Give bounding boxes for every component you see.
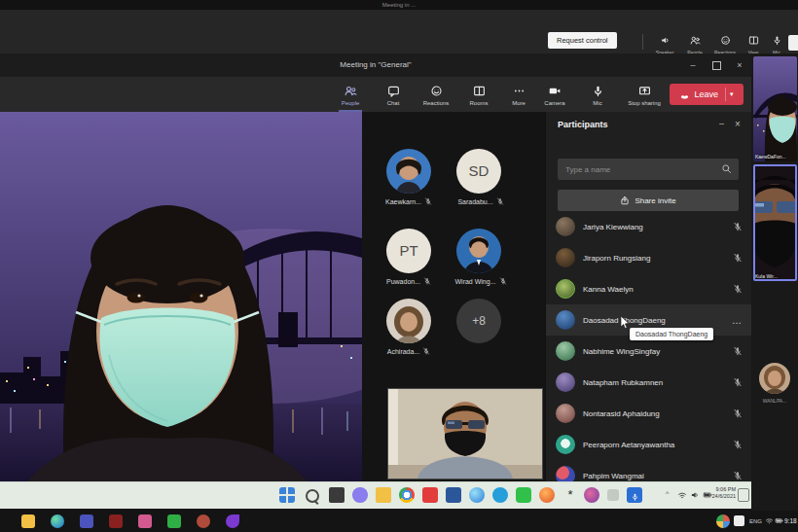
- leave-button[interactable]: Leave ▾: [670, 84, 744, 105]
- avatar: [556, 404, 575, 423]
- skype-icon[interactable]: [492, 487, 508, 503]
- youtube-icon[interactable]: [422, 487, 438, 503]
- avatar: [556, 279, 575, 299]
- outer-window-titlebar: Meeting in ...: [0, 0, 798, 10]
- tray-chevron-icon[interactable]: ^: [666, 490, 669, 497]
- search-input[interactable]: [558, 159, 739, 180]
- tray-app-icon[interactable]: [716, 514, 730, 528]
- more-icon: [513, 85, 526, 97]
- participant-name: Daosadad ThongDaeng: [583, 316, 724, 325]
- inner-window-titlebar[interactable]: Meeting in "General" – ×: [0, 53, 751, 77]
- strip-video-tile-speaking[interactable]: Kula Wir...: [753, 164, 797, 281]
- tab-people[interactable]: People: [329, 82, 372, 106]
- line-app-icon[interactable]: [516, 487, 531, 503]
- panel-minimize-icon[interactable]: –: [719, 119, 724, 128]
- tab-reactions[interactable]: Reactions: [415, 82, 457, 106]
- tab-rooms[interactable]: Rooms: [457, 82, 500, 106]
- volume-icon[interactable]: [690, 490, 700, 500]
- widgets-icon[interactable]: [352, 487, 368, 503]
- outer-mic-button[interactable]: Mic: [765, 31, 788, 55]
- chrome-icon[interactable]: [399, 487, 415, 503]
- outer-clock[interactable]: 9:18: [784, 517, 797, 524]
- camera-button[interactable]: Camera: [533, 82, 576, 106]
- participant-row[interactable]: Peeraporn Aetanyawantha: [546, 429, 752, 460]
- outer-people-button[interactable]: People: [678, 31, 711, 55]
- avatar: [556, 248, 575, 267]
- teams-icon[interactable]: [80, 514, 93, 528]
- photos-icon[interactable]: [138, 514, 152, 528]
- more-options-icon[interactable]: …: [732, 315, 743, 326]
- edge-icon[interactable]: [51, 514, 64, 528]
- outer-speaker-button[interactable]: Speaker: [648, 31, 681, 55]
- grid-tile-avatar[interactable]: [386, 149, 431, 194]
- grid-tile-avatar[interactable]: [456, 229, 501, 273]
- edge-icon[interactable]: [469, 487, 485, 503]
- participant-name: Nabhime WingSingfay: [583, 347, 725, 356]
- participant-row[interactable]: Jiraporn Rungsiang: [546, 242, 752, 273]
- mic-button[interactable]: Mic: [576, 82, 619, 106]
- main-video-scene: [0, 112, 362, 481]
- avatar: [556, 372, 575, 392]
- battery-icon[interactable]: [703, 490, 712, 500]
- file-explorer-icon[interactable]: [376, 487, 391, 503]
- grid-tile-label: Wirad Wing...: [445, 277, 517, 285]
- grid-overflow-tile[interactable]: +8: [456, 299, 501, 343]
- battery-icon[interactable]: [775, 516, 783, 525]
- wifi-icon[interactable]: [677, 490, 687, 500]
- task-view-icon[interactable]: [329, 487, 345, 503]
- outer-window-title: Meeting in ...: [382, 2, 416, 8]
- stop-sharing-button[interactable]: Stop sharing: [619, 82, 670, 106]
- main-video-tile[interactable]: [0, 112, 362, 481]
- mic-off-icon: [499, 277, 507, 285]
- word-icon[interactable]: [446, 487, 461, 503]
- avatar: [556, 217, 575, 236]
- background-app-icon[interactable]: [607, 489, 619, 501]
- firefox-icon[interactable]: [539, 487, 555, 503]
- photos-app-icon[interactable]: [584, 487, 599, 503]
- mic-off-icon: [733, 253, 743, 263]
- mic-off-icon: [733, 284, 743, 294]
- browser-app-icon[interactable]: [197, 514, 210, 528]
- notification-center-icon[interactable]: [738, 488, 749, 502]
- start-button-icon[interactable]: [279, 487, 295, 503]
- visual-studio-icon[interactable]: [226, 514, 239, 528]
- wifi-icon[interactable]: [765, 516, 774, 525]
- participant-row[interactable]: Kanna Waelyn: [546, 273, 752, 304]
- tab-chat[interactable]: Chat: [372, 82, 415, 106]
- outer-taskbar: ENG 9:18: [0, 511, 798, 532]
- reactions-icon: [430, 85, 443, 97]
- secondary-video-tile[interactable]: [387, 388, 543, 479]
- participant-name: Peeraporn Aetanyawantha: [583, 441, 725, 449]
- screen: Meeting in ... Request control Speaker P…: [0, 0, 798, 532]
- panel-close-icon[interactable]: ×: [735, 119, 741, 129]
- request-control-button[interactable]: Request control: [548, 32, 617, 49]
- participant-row[interactable]: Nontarasid Aphaidung: [546, 398, 752, 429]
- strip-video-tile[interactable]: KaewDaFon...: [753, 56, 797, 161]
- tray-white-app-icon[interactable]: [734, 515, 744, 526]
- rooms-icon: [473, 85, 486, 97]
- strip-participant-name: KaewDaFon...: [755, 154, 786, 160]
- chat-icon: [387, 85, 400, 97]
- grid-tile-initials[interactable]: SD: [456, 149, 501, 194]
- participant-row[interactable]: Natapham Rubkamnen: [546, 367, 752, 398]
- inner-clock[interactable]: 9:06 PM 24/6/2021: [712, 486, 736, 499]
- snowflake-app-icon[interactable]: *: [562, 487, 578, 503]
- line-app-icon[interactable]: [167, 514, 181, 528]
- leave-dropdown-chevron-icon[interactable]: ▾: [730, 90, 734, 98]
- reactions-icon: [720, 35, 731, 46]
- active-mic-app-icon[interactable]: [627, 487, 642, 503]
- restore-button[interactable]: [705, 53, 728, 77]
- grid-tile-initials[interactable]: PT: [386, 229, 431, 273]
- taskbar-search-icon[interactable]: [306, 489, 319, 503]
- share-invite-button[interactable]: Share invite: [558, 190, 739, 211]
- language-indicator[interactable]: ENG: [749, 518, 762, 524]
- file-explorer-icon[interactable]: [21, 514, 35, 528]
- outer-share-tray-button[interactable]: [788, 35, 798, 51]
- close-button[interactable]: ×: [728, 53, 751, 77]
- inner-system-tray[interactable]: ^ 9:06 PM 24/6/2021: [666, 485, 749, 506]
- participant-row[interactable]: Jariya Kiewwiang: [546, 211, 752, 242]
- powerpoint-icon[interactable]: [109, 514, 123, 528]
- grid-tile-avatar[interactable]: [386, 299, 431, 343]
- strip-audio-participant-avatar[interactable]: [759, 363, 790, 394]
- minimize-button[interactable]: –: [681, 53, 705, 77]
